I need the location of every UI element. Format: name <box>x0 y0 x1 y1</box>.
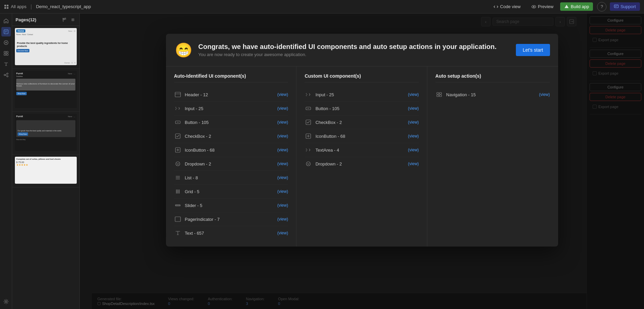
component-row-input1: Input - 25 (view) <box>174 102 288 115</box>
navigation-icon <box>435 91 443 98</box>
button-icon-1 <box>174 119 182 126</box>
svg-marker-6 <box>565 5 569 8</box>
modal-header: 😁 Congrats, we have auto-identified UI c… <box>166 34 558 67</box>
svg-point-40 <box>177 190 178 191</box>
pages-grid-icon[interactable]: ⊞ <box>69 16 76 23</box>
textarea-icon <box>305 146 312 154</box>
comp-label-list: List - 8 <box>185 175 274 180</box>
component-row-navigation: Navigation - 15 (view) <box>435 88 550 101</box>
text-comp-icon <box>174 229 182 237</box>
component-row-checkbox2: CheckBox - 2 (view) <box>305 115 419 129</box>
pager-icon <box>174 215 182 223</box>
comp-view-checkbox1[interactable]: (view) <box>277 134 288 138</box>
svg-line-24 <box>5 75 7 76</box>
modal-col2-header: Custom UI component(s) <box>305 73 419 82</box>
page-thumb-3: Furnit New · ... Our goods have the best… <box>15 114 77 151</box>
comp-view-pager[interactable]: (view) <box>277 217 288 222</box>
help-button[interactable]: ? <box>597 2 606 11</box>
thumb-rating-4: ★★★★★ <box>16 163 75 166</box>
text-nav-icon[interactable] <box>1 59 11 69</box>
svg-rect-10 <box>4 30 8 34</box>
svg-point-22 <box>4 74 5 76</box>
all-apps-button[interactable]: All apps <box>4 4 26 9</box>
page-thumb-1: Home New · D Home About Contact Provide … <box>15 28 77 65</box>
svg-point-43 <box>177 191 178 192</box>
comp-view-button1[interactable]: (view) <box>277 120 288 125</box>
comp-view-iconbutton2[interactable]: (view) <box>408 134 419 138</box>
pages-nav-icon[interactable] <box>1 27 11 36</box>
header-icon <box>174 91 182 98</box>
svg-point-45 <box>176 192 177 194</box>
comp-label-navigation: Navigation - 15 <box>446 92 536 97</box>
comp-view-list[interactable]: (view) <box>277 175 288 180</box>
comp-view-textarea[interactable]: (view) <box>408 148 419 152</box>
comp-view-button2[interactable]: (view) <box>408 106 419 111</box>
page-item-1[interactable]: Home New · D Home About Contact Provide … <box>12 26 79 69</box>
button-icon-2 <box>305 105 312 112</box>
comp-view-navigation[interactable]: (view) <box>539 92 550 97</box>
layout-nav-icon[interactable] <box>1 49 11 58</box>
comp-label-header: Header - 12 <box>185 92 274 97</box>
grid-comp-icon <box>174 188 182 195</box>
svg-rect-53 <box>306 120 311 125</box>
modal-overlay: 😁 Congrats, we have auto-identified UI c… <box>80 14 644 309</box>
svg-point-41 <box>178 190 180 191</box>
component-row-iconbutton2: IconButton - 68 (view) <box>305 129 419 143</box>
comp-view-input1[interactable]: (view) <box>277 106 288 111</box>
app-title: Demo_react_typescript_app <box>36 4 91 9</box>
svg-rect-31 <box>175 134 180 138</box>
share-nav-icon[interactable] <box>1 70 11 80</box>
svg-point-5 <box>533 6 534 7</box>
modal-subtitle: You are now ready to create your awesome… <box>198 52 511 57</box>
comp-label-text: Text - 657 <box>185 231 274 236</box>
code-view-button[interactable]: Code view <box>490 2 525 11</box>
comp-view-checkbox2[interactable]: (view) <box>408 120 419 125</box>
plus-nav-icon[interactable] <box>1 38 11 47</box>
top-bar-right: ? Support <box>597 2 640 11</box>
comp-view-dropdown1[interactable]: (view) <box>277 161 288 166</box>
thumb-btn-1: Discover Now <box>16 49 29 52</box>
component-row-input2: Input - 25 (view) <box>305 88 419 102</box>
svg-rect-16 <box>4 51 6 53</box>
comp-label-slider: Slider - 5 <box>185 203 274 208</box>
modal: 😁 Congrats, we have auto-identified UI c… <box>166 34 558 247</box>
modal-header-text: Congrats, we have auto-identified UI com… <box>198 43 511 57</box>
page-item-3[interactable]: Furnit New · ... Our goods have the best… <box>12 112 79 155</box>
lets-start-button[interactable]: Let's start <box>516 44 550 56</box>
comp-view-iconbutton1[interactable]: (view) <box>277 148 288 152</box>
comp-view-text[interactable]: (view) <box>277 231 288 235</box>
support-button[interactable]: Support <box>610 2 640 11</box>
comp-label-textarea: TextArea - 4 <box>315 148 405 153</box>
left-icon-bar <box>0 14 12 309</box>
page-item-2[interactable]: Furnit New · ... Subtitles Various new c… <box>12 69 79 112</box>
comp-view-input2[interactable]: (view) <box>408 92 419 97</box>
comp-label-input1: Input - 25 <box>185 106 274 111</box>
component-row-textarea: TextArea - 4 (view) <box>305 143 419 157</box>
comp-view-dropdown2[interactable]: (view) <box>408 161 419 166</box>
input-icon-2 <box>305 91 312 98</box>
svg-point-42 <box>176 191 177 192</box>
component-row-dropdown2: Dropdown - 2 (view) <box>305 157 419 171</box>
svg-line-23 <box>5 74 7 75</box>
page-item-4[interactable]: Complete set of sofas, pillows and bed s… <box>12 155 79 187</box>
svg-point-39 <box>176 190 177 191</box>
comp-view-slider[interactable]: (view) <box>277 203 288 208</box>
svg-rect-27 <box>175 92 181 97</box>
home-nav-icon[interactable] <box>1 16 11 26</box>
svg-rect-18 <box>4 54 6 55</box>
build-icon <box>564 4 569 9</box>
build-app-button[interactable]: Build app <box>560 2 593 11</box>
comp-view-header[interactable]: (view) <box>277 92 288 97</box>
modal-title: Congrats, we have auto-identified UI com… <box>198 43 511 51</box>
comp-label-checkbox1: CheckBox - 2 <box>185 134 274 139</box>
dropdown-icon-2 <box>305 160 312 168</box>
comp-view-grid[interactable]: (view) <box>277 189 288 194</box>
pages-title: Pages(12) <box>16 17 36 22</box>
checkbox-icon-2 <box>305 119 312 126</box>
preview-button[interactable]: Preview <box>527 2 557 11</box>
settings-nav-icon[interactable] <box>1 297 11 306</box>
pages-flag-icon[interactable]: 🏴 <box>61 16 68 23</box>
page-thumb-4: Complete set of sofas, pillows and bed s… <box>15 157 77 184</box>
svg-rect-19 <box>6 54 8 55</box>
list-icon <box>174 174 182 181</box>
